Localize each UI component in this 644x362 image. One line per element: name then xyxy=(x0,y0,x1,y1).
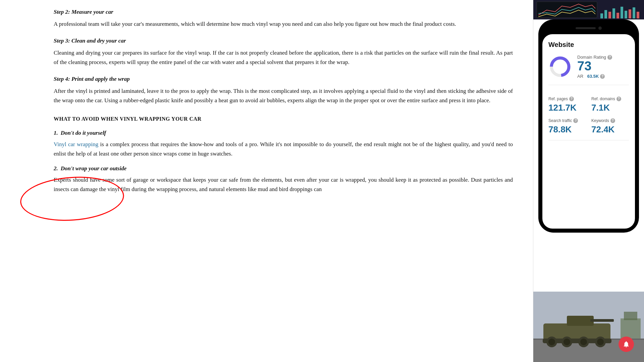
step4-heading: Step 4: Print and apply the wrap xyxy=(54,74,513,84)
svg-rect-10 xyxy=(633,7,635,18)
item1-number: 1. xyxy=(54,128,58,138)
ref-pages-label: Ref. pages ? xyxy=(548,97,586,101)
dr-value: 73 xyxy=(577,60,612,72)
step2-para: A professional team will take your car's… xyxy=(54,19,513,29)
ref-domains-icon[interactable]: ? xyxy=(616,97,621,101)
dr-question-icon[interactable]: ? xyxy=(607,55,612,60)
svg-rect-5 xyxy=(612,8,615,18)
search-traffic-label: Search traffic ? xyxy=(548,118,586,123)
svg-rect-29 xyxy=(621,318,641,339)
step3-heading: Step 3: Clean and dry your car xyxy=(54,36,513,46)
step2-heading: Step 2: Measure your car xyxy=(54,7,513,17)
phone-frame: Website Domain Rating ? 73 xyxy=(538,19,639,233)
svg-rect-7 xyxy=(621,7,623,18)
ar-value: 63.5K xyxy=(587,74,599,79)
phone-camera xyxy=(598,26,602,30)
step4-para: After the vinyl is printed and laminated… xyxy=(54,86,513,105)
ref-pages-value: 121.7K xyxy=(548,103,586,113)
top-right-image xyxy=(533,0,644,19)
stats-grid: Ref. pages ? 121.7K Ref. domains ? 7.1K xyxy=(548,91,629,140)
notification-button[interactable] xyxy=(619,337,634,352)
bell-icon xyxy=(623,341,630,348)
ar-question-icon[interactable]: ? xyxy=(600,74,605,79)
domain-rating-section: Domain Rating ? 73 AR 63.5K ? xyxy=(548,55,629,85)
keywords-icon[interactable]: ? xyxy=(610,118,615,123)
right-sidebar: Website Domain Rating ? 73 xyxy=(533,0,644,362)
list-item-2: 2. Don't wrap your car outside xyxy=(54,164,513,173)
svg-point-28 xyxy=(597,339,604,345)
keywords-value: 72.4K xyxy=(591,124,629,135)
phone-speaker xyxy=(576,27,596,29)
phone-screen: Website Domain Rating ? 73 xyxy=(542,34,635,229)
search-traffic-stat: Search traffic ? 78.8K xyxy=(548,118,586,135)
svg-rect-19 xyxy=(590,319,614,322)
keywords-stat: Keywords ? 72.4K xyxy=(591,118,629,135)
svg-rect-11 xyxy=(637,12,639,18)
item1-heading: Don't do it yourself xyxy=(61,128,106,138)
svg-rect-1 xyxy=(537,2,597,18)
search-traffic-value: 78.8K xyxy=(548,124,586,135)
list-item-1: 1. Don't do it yourself xyxy=(54,128,513,138)
main-content: Step 2: Measure your car A professional … xyxy=(0,0,533,362)
svg-rect-30 xyxy=(624,312,637,320)
item2-para: Experts should have some sort of garage … xyxy=(54,175,513,194)
ref-pages-icon[interactable]: ? xyxy=(569,97,574,101)
svg-point-22 xyxy=(548,339,555,345)
step3-para: Cleaning and drying your car prepares it… xyxy=(54,48,513,67)
svg-point-24 xyxy=(564,339,570,345)
ref-pages-stat: Ref. pages ? 121.7K xyxy=(548,97,586,113)
svg-rect-4 xyxy=(608,12,611,18)
donut-chart xyxy=(548,55,572,78)
search-traffic-icon[interactable]: ? xyxy=(573,118,578,123)
ref-domains-stat: Ref. domains ? 7.1K xyxy=(591,97,629,113)
ref-domains-value: 7.1K xyxy=(591,103,629,113)
phone-screen-title: Website xyxy=(548,41,629,49)
ref-domains-label: Ref. domains ? xyxy=(591,97,629,101)
svg-point-26 xyxy=(580,339,587,345)
vinyl-car-wrapping-link[interactable]: Vinyl car wrapping xyxy=(54,141,98,147)
keywords-label: Keywords ? xyxy=(591,118,629,123)
ar-row: AR 63.5K ? xyxy=(577,74,612,79)
svg-rect-6 xyxy=(616,13,619,18)
svg-rect-8 xyxy=(625,11,627,18)
svg-rect-9 xyxy=(629,9,631,18)
item2-number: 2. xyxy=(54,164,58,173)
svg-rect-18 xyxy=(567,316,594,326)
item1-para: Vinyl car wrapping is a complex process … xyxy=(54,140,513,159)
svg-rect-3 xyxy=(604,10,607,18)
section-heading: WHAT TO AVOID WHEN VINYL WRAPPING YOUR C… xyxy=(54,115,513,123)
item2-heading: Don't wrap your car outside xyxy=(61,164,126,173)
svg-rect-2 xyxy=(600,13,603,18)
phone-notch xyxy=(542,23,635,33)
phone-mockup: Website Domain Rating ? 73 xyxy=(537,19,641,233)
item1-para-text: is a complex process that requires the k… xyxy=(54,141,513,157)
domain-rating-info: Domain Rating ? 73 AR 63.5K ? xyxy=(577,55,612,79)
